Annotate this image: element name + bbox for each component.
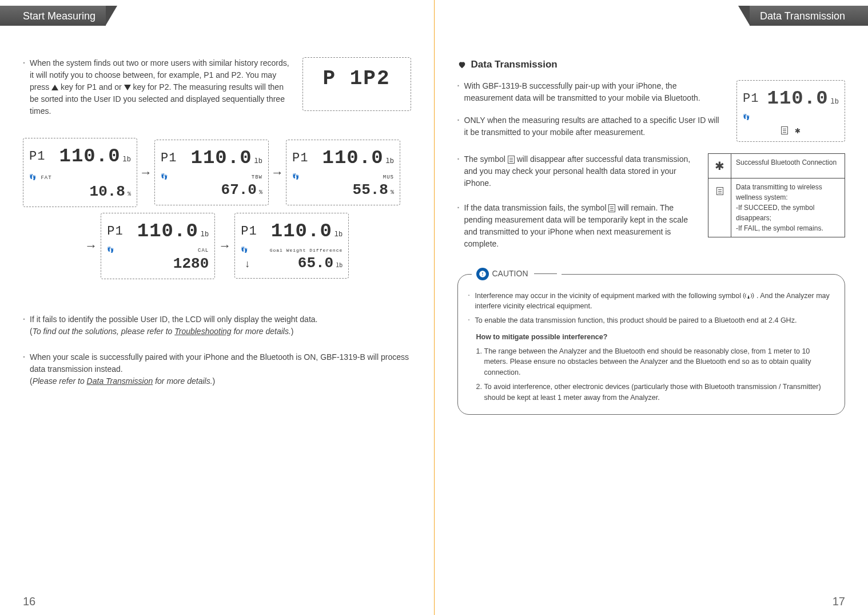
paired-note-text: When your scale is successfully paired w… xyxy=(30,352,409,374)
lcd-metric-label: FAT xyxy=(41,175,51,181)
lcd-metric-value: 55.8 xyxy=(353,179,388,201)
lcd-mus: P1 110.0 lb 👣 MUS 55.8 % xyxy=(286,140,400,206)
bullet-dot: · xyxy=(468,315,475,325)
foot-icon: 👣 xyxy=(29,174,36,181)
caution-interference: · Interference may occur in the vicinity… xyxy=(468,291,835,312)
foot-icon: 👣 xyxy=(107,246,114,255)
heart-icon xyxy=(457,60,467,69)
foot-icon: 👣 xyxy=(241,246,248,255)
fail-ref-post: for more details. xyxy=(232,327,291,336)
bullet-only-userid-text: ONLY when the measuring results are atta… xyxy=(464,114,723,138)
foot-icon: 👣 xyxy=(743,113,839,122)
foot-icon: 👣 xyxy=(292,173,299,181)
screens-row-1: P1 110.0 lb 👣 FAT 10.8 % xyxy=(23,138,411,207)
doc-desc: Data transmitting to wireless wellness s… xyxy=(731,178,845,237)
para-user-select-text: When the system finds out two or more us… xyxy=(30,57,291,117)
lcd-weight: 110.0 xyxy=(767,84,829,113)
caution-text: CAUTION xyxy=(492,268,528,280)
caution-interference-text: Interference may occur in the vicinity o… xyxy=(475,291,835,312)
table-row: ✱ Successful Bluetooth Connection xyxy=(708,153,845,178)
lcd-cal: P1 110.0 lb 👣 CAL 1280 xyxy=(101,213,215,279)
lcd-metric-value: 1280 xyxy=(173,253,209,275)
bullet-symbol-disappear-text: The symbol will disappear after successf… xyxy=(464,153,695,189)
section-header-right: Data Transmission xyxy=(750,6,868,26)
up-arrow-icon xyxy=(51,85,58,90)
para-user-select: · When the system finds out two or more … xyxy=(23,57,291,117)
paired-note: · When your scale is successfully paired… xyxy=(23,351,411,387)
bullet-pairup-text: With GBF-1319-B successfully pair-up wit… xyxy=(464,80,723,104)
caution-box: CAUTION · Interference may occur in the … xyxy=(457,274,846,415)
lcd-metric-value: 65.0 xyxy=(298,252,333,275)
paren-close: ) xyxy=(291,327,294,336)
lcd-unit: lb xyxy=(335,229,343,240)
bullet-pairup: · With GBF-1319-B successfully pair-up w… xyxy=(457,80,723,104)
lcd-unit: lb xyxy=(831,97,839,107)
bullet-dot: · xyxy=(468,291,475,300)
caution-c1a: Interference may occur in the vicinity o… xyxy=(475,292,743,300)
foot-icon: 👣 xyxy=(161,173,168,181)
lcd-transmission: P1 110.0 lb 👣 ✱ xyxy=(736,80,845,142)
interference-icon xyxy=(743,292,754,300)
mitigate-step-1: The range between the Analyzer and the B… xyxy=(484,346,835,378)
lcd-fat: P1 110.0 lb 👣 FAT 10.8 % xyxy=(23,138,137,207)
paired-ref-link: Data Transmission xyxy=(87,376,153,386)
right-upper: · With GBF-1319-B successfully pair-up w… xyxy=(457,80,846,142)
document-icon xyxy=(781,126,788,134)
lcd-tbw: P1 110.0 lb 👣 TBW 67.0 % xyxy=(154,140,269,206)
fail-identify-note: · If it fails to identify the possible U… xyxy=(23,314,411,338)
down-arrow-icon xyxy=(124,85,131,90)
caution-bt-24ghz-text: To enable the data transmission function… xyxy=(475,315,835,326)
lcd-unit: lb xyxy=(201,229,209,240)
lcd-pid: P1 xyxy=(107,222,123,241)
lcd-weight: 110.0 xyxy=(271,217,332,246)
mitigate-heading: How to mitigate possible interference? xyxy=(476,332,835,343)
page-right: Data Transmission Data Transmission · Wi… xyxy=(435,0,869,615)
lcd-pid: P1 xyxy=(292,149,308,168)
symbol-legend-table: ✱ Successful Bluetooth Connection Data t… xyxy=(708,153,845,237)
lcd-pid: P1 xyxy=(241,222,257,241)
arrow-icon: → xyxy=(271,163,284,182)
header-slant xyxy=(738,6,750,25)
lcd-metric-value: 10.8 xyxy=(90,181,125,203)
lcd-unit: lb xyxy=(254,156,262,166)
caution-line xyxy=(534,273,557,274)
fail-ref-pre: To find out the solutions, please refer … xyxy=(33,327,175,336)
bullet-dot: · xyxy=(457,153,464,165)
lcd-suffix: % xyxy=(128,190,131,199)
lcd-unit: lb xyxy=(386,156,394,166)
heading-text: Data Transmission xyxy=(471,57,558,72)
right-content: Data Transmission · With GBF-1319-B succ… xyxy=(457,34,846,598)
bullet-only-userid: · ONLY when the measuring results are at… xyxy=(457,114,723,138)
bluetooth-icon: ✱ xyxy=(795,126,801,136)
caution-icon xyxy=(476,268,489,280)
lcd-weight: 110.0 xyxy=(322,144,384,173)
lcd-suffix: % xyxy=(259,188,262,197)
table-row: Data transmitting to wireless wellness s… xyxy=(708,178,845,237)
lcd-weight: 110.0 xyxy=(191,144,252,173)
bullet-dot: · xyxy=(23,351,30,363)
lcd-goal-diff: P1 110.0 lb 👣 Goal Weight Difference ↓ 6… xyxy=(234,213,349,279)
mitigate-steps: The range between the Analyzer and the B… xyxy=(484,346,835,403)
bullet-dot: · xyxy=(457,80,464,92)
arrow-icon: → xyxy=(85,236,97,255)
arrow-icon: → xyxy=(140,163,152,182)
screens-row-2: → P1 110.0 lb 👣 CAL 1280 xyxy=(23,213,411,279)
lcd-user-select: P 1P2 xyxy=(302,57,411,121)
lcd-unit: lb xyxy=(123,154,131,165)
page-number-right: 17 xyxy=(833,595,845,608)
bullet-symbol-remain-text: If the data transmission fails, the symb… xyxy=(464,202,695,250)
bullet-symbol-disappear: · The symbol will disappear after succes… xyxy=(457,153,695,189)
bt-desc: Successful Bluetooth Connection xyxy=(731,153,845,178)
bullet-dot: · xyxy=(457,202,464,214)
bullet-symbol-remain: · If the data transmission fails, the sy… xyxy=(457,202,695,250)
section-header-left: Start Measuring xyxy=(0,6,106,26)
page-left: Start Measuring · When the system finds … xyxy=(0,0,434,615)
data-transmission-heading: Data Transmission xyxy=(457,57,846,72)
right-lower: · The symbol will disappear after succes… xyxy=(457,153,846,253)
header-slant xyxy=(106,6,117,25)
fail-identify-text: If it fails to identify the possible Use… xyxy=(30,315,317,324)
header-wrap-left: Start Measuring xyxy=(23,0,411,34)
intro-block: · When the system finds out two or more … xyxy=(23,57,411,121)
header-wrap-right: Data Transmission xyxy=(457,0,846,34)
manual-page-spread: Start Measuring · When the system finds … xyxy=(0,0,868,615)
